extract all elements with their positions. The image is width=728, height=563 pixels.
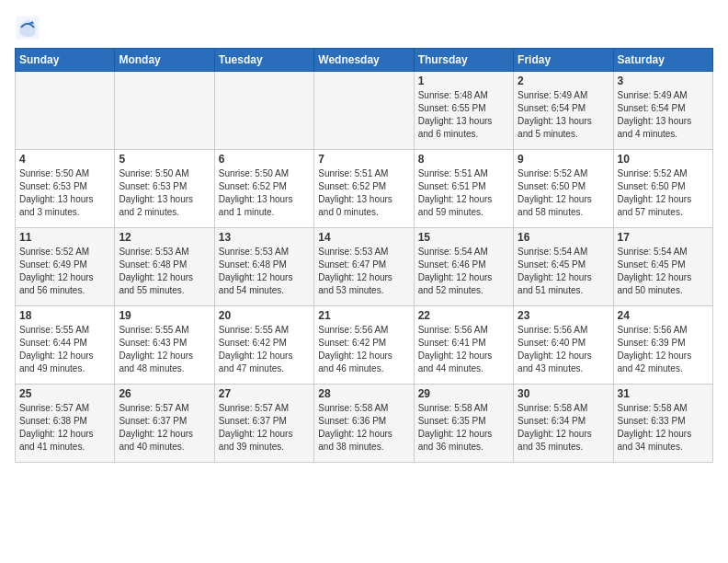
day-info: Sunrise: 5:48 AM Sunset: 6:55 PM Dayligh…: [418, 89, 509, 141]
day-number: 17: [618, 231, 709, 244]
calendar-cell: 22Sunrise: 5:56 AM Sunset: 6:41 PM Dayli…: [414, 306, 513, 385]
day-number: 4: [19, 153, 110, 166]
week-row-1: 1Sunrise: 5:48 AM Sunset: 6:55 PM Daylig…: [16, 72, 713, 150]
header-row: SundayMondayTuesdayWednesdayThursdayFrid…: [16, 49, 713, 72]
calendar-cell: 27Sunrise: 5:57 AM Sunset: 6:37 PM Dayli…: [214, 385, 313, 463]
calendar-cell: 17Sunrise: 5:54 AM Sunset: 6:45 PM Dayli…: [613, 228, 712, 306]
day-number: 1: [418, 75, 509, 87]
calendar-cell: 4Sunrise: 5:50 AM Sunset: 6:53 PM Daylig…: [16, 150, 115, 228]
calendar-cell: 5Sunrise: 5:50 AM Sunset: 6:53 PM Daylig…: [115, 150, 214, 228]
header-day-thursday: Thursday: [414, 49, 513, 72]
calendar-cell: 13Sunrise: 5:53 AM Sunset: 6:48 PM Dayli…: [214, 228, 313, 306]
day-info: Sunrise: 5:52 AM Sunset: 6:50 PM Dayligh…: [518, 167, 609, 219]
calendar-cell: 15Sunrise: 5:54 AM Sunset: 6:46 PM Dayli…: [414, 228, 513, 306]
day-info: Sunrise: 5:58 AM Sunset: 6:33 PM Dayligh…: [618, 402, 709, 454]
calendar-body: 1Sunrise: 5:48 AM Sunset: 6:55 PM Daylig…: [16, 72, 713, 463]
page-header: [15, 15, 713, 40]
day-info: Sunrise: 5:55 AM Sunset: 6:42 PM Dayligh…: [219, 324, 310, 375]
day-info: Sunrise: 5:51 AM Sunset: 6:52 PM Dayligh…: [318, 167, 409, 219]
calendar-cell: 28Sunrise: 5:58 AM Sunset: 6:36 PM Dayli…: [314, 385, 414, 463]
calendar-cell: 31Sunrise: 5:58 AM Sunset: 6:33 PM Dayli…: [613, 385, 712, 463]
day-number: 11: [19, 231, 110, 244]
day-number: 23: [518, 309, 609, 322]
day-info: Sunrise: 5:54 AM Sunset: 6:46 PM Dayligh…: [418, 246, 509, 297]
calendar-cell: 11Sunrise: 5:52 AM Sunset: 6:49 PM Dayli…: [16, 228, 115, 306]
calendar-table: SundayMondayTuesdayWednesdayThursdayFrid…: [15, 48, 713, 463]
day-info: Sunrise: 5:57 AM Sunset: 6:37 PM Dayligh…: [219, 402, 310, 454]
day-number: 22: [418, 309, 509, 322]
calendar-header: SundayMondayTuesdayWednesdayThursdayFrid…: [16, 49, 713, 72]
calendar-cell: 23Sunrise: 5:56 AM Sunset: 6:40 PM Dayli…: [514, 306, 613, 385]
day-number: 29: [418, 387, 509, 400]
calendar-cell: 26Sunrise: 5:57 AM Sunset: 6:37 PM Dayli…: [115, 385, 214, 463]
calendar-cell: 19Sunrise: 5:55 AM Sunset: 6:43 PM Dayli…: [115, 306, 214, 385]
day-info: Sunrise: 5:56 AM Sunset: 6:39 PM Dayligh…: [618, 324, 709, 375]
day-number: 9: [518, 153, 609, 166]
day-info: Sunrise: 5:52 AM Sunset: 6:50 PM Dayligh…: [618, 167, 709, 219]
day-number: 31: [618, 387, 709, 400]
day-number: 25: [19, 387, 110, 400]
day-number: 7: [318, 153, 409, 166]
day-number: 10: [618, 153, 709, 166]
header-day-friday: Friday: [514, 49, 613, 72]
day-info: Sunrise: 5:53 AM Sunset: 6:48 PM Dayligh…: [119, 246, 210, 297]
calendar-cell: [16, 72, 115, 150]
day-number: 15: [418, 231, 509, 244]
day-info: Sunrise: 5:51 AM Sunset: 6:51 PM Dayligh…: [418, 167, 509, 219]
header-day-sunday: Sunday: [16, 49, 115, 72]
calendar-cell: 6Sunrise: 5:50 AM Sunset: 6:52 PM Daylig…: [214, 150, 313, 228]
day-number: 13: [219, 231, 310, 244]
calendar-cell: 29Sunrise: 5:58 AM Sunset: 6:35 PM Dayli…: [414, 385, 513, 463]
calendar-cell: 1Sunrise: 5:48 AM Sunset: 6:55 PM Daylig…: [414, 72, 513, 150]
day-number: 16: [518, 231, 609, 244]
header-day-saturday: Saturday: [613, 49, 712, 72]
calendar-cell: 16Sunrise: 5:54 AM Sunset: 6:45 PM Dayli…: [514, 228, 613, 306]
day-info: Sunrise: 5:54 AM Sunset: 6:45 PM Dayligh…: [518, 246, 609, 297]
day-info: Sunrise: 5:53 AM Sunset: 6:47 PM Dayligh…: [318, 246, 409, 297]
week-row-2: 4Sunrise: 5:50 AM Sunset: 6:53 PM Daylig…: [16, 150, 713, 228]
week-row-5: 25Sunrise: 5:57 AM Sunset: 6:38 PM Dayli…: [16, 385, 713, 463]
day-number: 30: [518, 387, 609, 400]
day-number: 27: [219, 387, 310, 400]
week-row-3: 11Sunrise: 5:52 AM Sunset: 6:49 PM Dayli…: [16, 228, 713, 306]
day-number: 12: [119, 231, 210, 244]
calendar-cell: 12Sunrise: 5:53 AM Sunset: 6:48 PM Dayli…: [115, 228, 214, 306]
calendar-cell: [214, 72, 313, 150]
header-day-tuesday: Tuesday: [214, 49, 313, 72]
day-info: Sunrise: 5:53 AM Sunset: 6:48 PM Dayligh…: [219, 246, 310, 297]
calendar-cell: 21Sunrise: 5:56 AM Sunset: 6:42 PM Dayli…: [314, 306, 414, 385]
calendar-cell: 24Sunrise: 5:56 AM Sunset: 6:39 PM Dayli…: [613, 306, 712, 385]
day-number: 2: [518, 75, 609, 87]
day-info: Sunrise: 5:54 AM Sunset: 6:45 PM Dayligh…: [618, 246, 709, 297]
calendar-cell: 18Sunrise: 5:55 AM Sunset: 6:44 PM Dayli…: [16, 306, 115, 385]
day-number: 14: [318, 231, 409, 244]
day-info: Sunrise: 5:58 AM Sunset: 6:35 PM Dayligh…: [418, 402, 509, 454]
calendar-cell: 3Sunrise: 5:49 AM Sunset: 6:54 PM Daylig…: [613, 72, 712, 150]
day-info: Sunrise: 5:57 AM Sunset: 6:37 PM Dayligh…: [119, 402, 210, 454]
logo-icon: [15, 15, 40, 40]
day-number: 5: [119, 153, 210, 166]
day-number: 18: [19, 309, 110, 322]
day-number: 20: [219, 309, 310, 322]
calendar-cell: 7Sunrise: 5:51 AM Sunset: 6:52 PM Daylig…: [314, 150, 414, 228]
day-number: 19: [119, 309, 210, 322]
day-info: Sunrise: 5:58 AM Sunset: 6:36 PM Dayligh…: [318, 402, 409, 454]
day-info: Sunrise: 5:56 AM Sunset: 6:40 PM Dayligh…: [518, 324, 609, 375]
day-info: Sunrise: 5:57 AM Sunset: 6:38 PM Dayligh…: [19, 402, 110, 454]
day-number: 6: [219, 153, 310, 166]
day-info: Sunrise: 5:58 AM Sunset: 6:34 PM Dayligh…: [518, 402, 609, 454]
day-number: 26: [119, 387, 210, 400]
day-info: Sunrise: 5:49 AM Sunset: 6:54 PM Dayligh…: [518, 89, 609, 141]
day-info: Sunrise: 5:56 AM Sunset: 6:41 PM Dayligh…: [418, 324, 509, 375]
calendar-cell: 9Sunrise: 5:52 AM Sunset: 6:50 PM Daylig…: [514, 150, 613, 228]
day-number: 24: [618, 309, 709, 322]
calendar-cell: 14Sunrise: 5:53 AM Sunset: 6:47 PM Dayli…: [314, 228, 414, 306]
day-info: Sunrise: 5:56 AM Sunset: 6:42 PM Dayligh…: [318, 324, 409, 375]
day-number: 28: [318, 387, 409, 400]
header-day-monday: Monday: [115, 49, 214, 72]
day-info: Sunrise: 5:50 AM Sunset: 6:52 PM Dayligh…: [219, 167, 310, 219]
calendar-cell: 10Sunrise: 5:52 AM Sunset: 6:50 PM Dayli…: [613, 150, 712, 228]
day-info: Sunrise: 5:52 AM Sunset: 6:49 PM Dayligh…: [19, 246, 110, 297]
calendar-cell: 20Sunrise: 5:55 AM Sunset: 6:42 PM Dayli…: [214, 306, 313, 385]
calendar-cell: [115, 72, 214, 150]
